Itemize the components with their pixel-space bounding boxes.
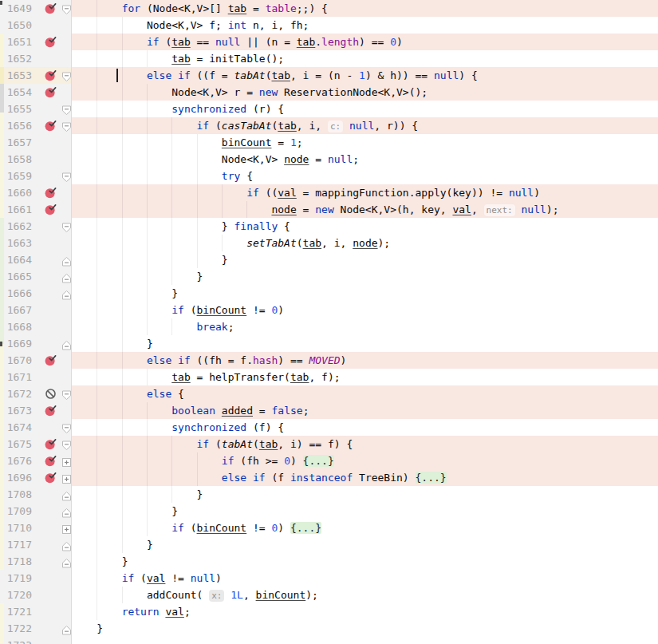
code-line-text[interactable]: binCount = 1; [72, 134, 658, 151]
folded-code-chip[interactable]: {...} [290, 522, 321, 534]
code-line-text[interactable]: } [72, 553, 658, 570]
code-line-text[interactable]: Node<K,V> r = new ReservationNode<K,V>()… [72, 84, 658, 101]
code-line: 1717 } [0, 536, 658, 553]
gutter: 1668 [0, 318, 72, 335]
fold-end-icon[interactable] [61, 556, 72, 567]
code-line: 1664 } [0, 251, 658, 268]
code-line: 1650 Node<K,V> f; int n, i, fh; [0, 17, 658, 34]
code-line-text[interactable]: else if ((f = tabAt(tab, i = (n - 1) & h… [72, 67, 658, 84]
fold-collapse-icon[interactable] [61, 389, 72, 399]
indent-guide [147, 84, 148, 101]
code-line-text[interactable]: else if ((fh = f.hash) == MOVED) [72, 352, 658, 369]
code-line-text[interactable]: } [72, 503, 658, 520]
code-text: addCount( [147, 589, 209, 601]
code-line-text[interactable]: setTabAt(tab, i, node); [72, 235, 658, 251]
fold-expand-icon[interactable] [61, 456, 72, 466]
fold-expand-icon[interactable] [61, 472, 72, 483]
keyword-text: else [147, 69, 171, 81]
code-line-text[interactable]: synchronized (f) { [72, 419, 658, 436]
coverage-passed-icon[interactable] [45, 438, 57, 450]
code-line-text[interactable]: if (casTabAt(tab, i, c: null, r)) { [72, 117, 658, 134]
fold-end-icon[interactable] [61, 338, 72, 349]
gutter: 1672 [0, 385, 72, 402]
code-text: ) & h)) == [365, 69, 434, 81]
fold-end-icon[interactable] [61, 288, 72, 298]
code-line-text[interactable]: if (val != null) [72, 570, 658, 587]
fold-end-icon[interactable] [61, 489, 72, 500]
code-line-text[interactable]: } [72, 620, 658, 637]
code-line-text[interactable]: tab = initTable(); [72, 50, 658, 67]
code-line-text[interactable]: if (binCount != 0) [72, 302, 658, 318]
fold-end-icon[interactable] [61, 539, 72, 550]
fold-collapse-icon[interactable] [61, 3, 72, 14]
code-line-text[interactable]: } finally { [72, 218, 658, 235]
code-line-text[interactable]: return val; [72, 603, 658, 620]
code-line-text[interactable]: break; [72, 318, 658, 335]
fold-collapse-icon[interactable] [61, 422, 72, 433]
code-line-text[interactable] [72, 637, 658, 644]
folded-code-chip[interactable]: {...} [303, 455, 334, 467]
code-text [343, 120, 349, 132]
code-line-text[interactable]: if (binCount != 0) {...} [72, 520, 658, 536]
code-line-text[interactable]: addCount( x: 1L, binCount); [72, 587, 658, 603]
fold-end-icon[interactable] [61, 623, 72, 634]
code-line-text[interactable]: node = new Node<K,V>(h, key, val, next: … [72, 201, 658, 218]
code-line-text[interactable]: else { [72, 385, 658, 402]
no-coverage-icon[interactable] [45, 388, 57, 400]
fold-collapse-icon[interactable] [61, 439, 72, 449]
coverage-passed-icon[interactable] [45, 120, 57, 132]
fold-collapse-icon[interactable] [61, 221, 72, 231]
indent-whitespace [72, 622, 97, 634]
code-line-text[interactable]: Node<K,V> node = null; [72, 151, 658, 168]
gutter: 1656 [0, 117, 72, 134]
fold-collapse-icon[interactable] [61, 70, 72, 81]
code-line-text[interactable]: if ((val = mappingFunction.apply(key)) !… [72, 184, 658, 201]
code-line-text[interactable]: if (fh >= 0) {...} [72, 452, 658, 469]
coverage-passed-icon[interactable] [45, 2, 57, 14]
coverage-passed-icon[interactable] [45, 69, 57, 81]
indent-guide [147, 436, 148, 452]
code-line-text[interactable]: boolean added = false; [72, 402, 658, 419]
coverage-passed-icon[interactable] [45, 455, 57, 467]
code-line-text[interactable]: for (Node<K,V>[] tab = table;;) { [72, 0, 658, 17]
indent-guide [97, 251, 97, 268]
folded-code-chip[interactable]: {...} [416, 472, 447, 484]
fold-expand-icon[interactable] [61, 523, 72, 533]
code-line-text[interactable]: tab = helpTransfer(tab, f); [72, 369, 658, 385]
code-line-text[interactable]: if (tabAt(tab, i) == f) { [72, 436, 658, 452]
code-text [515, 203, 522, 215]
line-number: 1649 [0, 0, 32, 17]
indent-guide [97, 369, 97, 385]
coverage-passed-icon[interactable] [45, 187, 57, 199]
code-line-text[interactable]: } [72, 486, 658, 503]
coverage-passed-icon[interactable] [45, 203, 57, 215]
coverage-passed-icon[interactable] [45, 354, 57, 366]
coverage-passed-icon[interactable] [45, 86, 57, 98]
code-line-text[interactable]: try { [72, 168, 658, 184]
code-line-text[interactable]: if (tab == null || (n = tab.length) == 0… [72, 34, 658, 50]
indent-guide [97, 520, 97, 536]
fold-collapse-icon[interactable] [61, 171, 72, 181]
code-line-text[interactable]: } [72, 536, 658, 553]
indent-guide [122, 84, 123, 101]
fold-end-icon[interactable] [61, 255, 72, 265]
indent-guide [147, 419, 148, 436]
coverage-passed-icon[interactable] [45, 405, 57, 417]
code-line-text[interactable]: synchronized (r) { [72, 101, 658, 117]
fold-end-icon[interactable] [61, 506, 72, 516]
fold-collapse-icon[interactable] [61, 104, 72, 114]
code-line-text[interactable]: else if (f instanceof TreeBin) {...} [72, 469, 658, 486]
code-line-text[interactable]: } [72, 285, 658, 302]
coverage-passed-icon[interactable] [45, 472, 57, 484]
code-line-text[interactable]: } [72, 335, 658, 352]
code-text: ( [209, 120, 222, 132]
code-line-text[interactable]: Node<K,V> f; int n, i, fh; [72, 17, 658, 34]
code-line-text[interactable]: } [72, 268, 658, 285]
fold-end-icon[interactable] [61, 271, 72, 282]
fold-collapse-icon[interactable] [61, 121, 72, 131]
coverage-passed-icon[interactable] [45, 36, 57, 48]
code-line-text[interactable]: } [72, 251, 658, 268]
code-text: { [171, 388, 184, 400]
code-text: ) [396, 36, 403, 48]
code-line: 1673 boolean added = false; [0, 402, 658, 419]
